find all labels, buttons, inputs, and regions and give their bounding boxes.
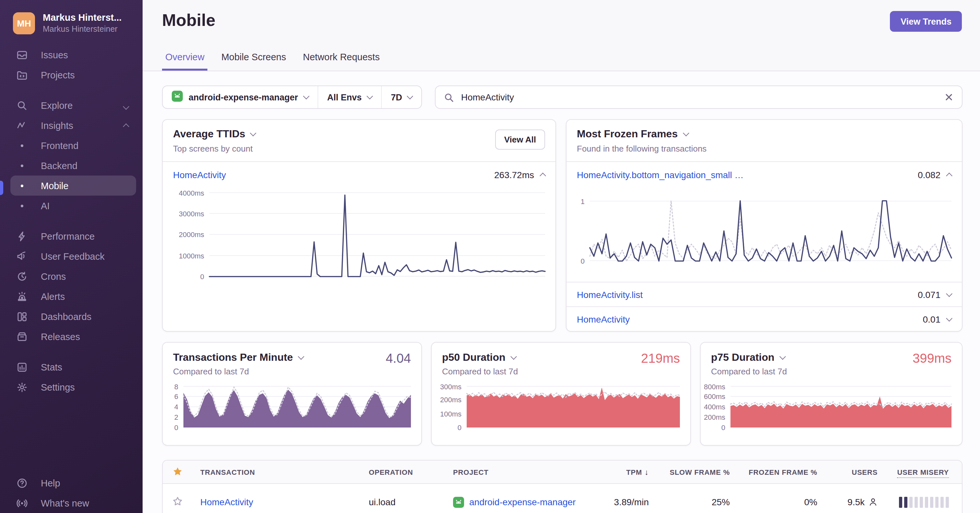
card-title-text: p50 Duration — [442, 352, 506, 364]
environment-filter[interactable]: All Envs — [318, 86, 382, 108]
average-ttids-header: Average TTIDs Top screens by count View … — [163, 120, 555, 161]
p50-chart: 300ms200ms100ms0 — [442, 386, 680, 427]
expand-row-icon[interactable] — [947, 318, 951, 320]
average-ttids-title-dropdown[interactable]: Average TTIDs — [173, 128, 545, 140]
org-user-switcher[interactable]: MH Markus Hinterst... Markus Hinterstein… — [0, 0, 143, 34]
search-input[interactable] — [460, 91, 939, 103]
p75-chart: 800ms600ms400ms200ms0 — [711, 386, 951, 427]
column-header-user-misery[interactable]: USER MISERY — [885, 468, 963, 476]
chevron-down-icon — [511, 356, 516, 359]
misery-bar — [935, 497, 939, 508]
chevron-down-icon — [368, 96, 372, 98]
sidebar-item-issues[interactable]: Issues — [0, 45, 143, 65]
collapse-row-icon[interactable] — [947, 172, 951, 178]
cell-transaction: HomeActivity — [192, 497, 361, 507]
sidebar-item-label: Mobile — [41, 180, 68, 191]
axis-tick-label: 4 — [174, 403, 178, 411]
frozen-rate-value: 0.082 — [918, 170, 940, 180]
axis-tick-label: 0 — [458, 423, 461, 431]
column-header-users[interactable]: USERS — [825, 468, 885, 476]
user-block: Markus Hinterst... Markus Hintersteiner — [43, 12, 121, 34]
sidebar-item-whats-new[interactable]: What's new — [0, 493, 143, 513]
frozen-rate-value: 0.01 — [923, 314, 941, 324]
bar-chart-icon — [16, 361, 29, 373]
date-range-filter[interactable]: 7D — [381, 86, 422, 108]
most-frozen-frames-card: Most Frozen Frames Found in the followin… — [566, 119, 963, 332]
expand-row-icon[interactable] — [947, 293, 951, 296]
frozen-row-collapsed: HomeActivity.list 0.071 — [566, 282, 962, 307]
sidebar-item-backend[interactable]: Backend — [0, 156, 143, 176]
search-icon — [444, 92, 454, 102]
transaction-link[interactable]: HomeActivity — [173, 170, 226, 180]
misery-bar — [915, 497, 918, 508]
avatar: MH — [13, 12, 35, 34]
android-project-icon — [172, 91, 183, 104]
sidebar-item-label: Backend — [41, 160, 78, 171]
project-link[interactable]: android-expense-manager — [469, 497, 576, 507]
clear-search-icon[interactable] — [944, 93, 953, 102]
transaction-link[interactable]: HomeActivity — [577, 314, 630, 324]
card-title-text: Average TTIDs — [173, 128, 245, 140]
y-axis-labels: 86420 — [173, 386, 183, 427]
transaction-link[interactable]: HomeActivity.bottom_navigation_small … — [577, 170, 744, 180]
sidebar-item-performance[interactable]: Performance — [0, 226, 143, 246]
sidebar-item-releases[interactable]: Releases — [0, 326, 143, 346]
view-all-button[interactable]: View All — [495, 130, 545, 149]
star-column-header[interactable] — [163, 466, 192, 478]
top-cards-row: Average TTIDs Top screens by count View … — [162, 119, 963, 332]
transaction-link[interactable]: HomeActivity — [200, 497, 253, 507]
tpm-title-dropdown[interactable]: Transactions Per Minute — [173, 352, 411, 364]
column-header-operation[interactable]: OPERATION — [361, 468, 445, 476]
ttid-value: 263.72ms — [494, 170, 534, 180]
column-header-transaction[interactable]: TRANSACTION — [192, 468, 361, 476]
chevron-down-icon — [780, 356, 785, 359]
chart-plot-area — [183, 386, 411, 427]
axis-tick-label: 200ms — [704, 413, 725, 421]
column-header-tpm[interactable]: TPM↓ — [562, 467, 657, 476]
project-filter[interactable]: android-expense-manager — [163, 86, 318, 108]
card-title-text: p75 Duration — [711, 352, 775, 364]
sidebar-item-help[interactable]: Help — [0, 473, 143, 493]
sidebar-item-frontend[interactable]: Frontend — [0, 135, 143, 156]
sidebar-item-crons[interactable]: Crons — [0, 266, 143, 286]
user-icon — [869, 497, 878, 507]
sidebar-item-ai[interactable]: AI — [0, 195, 143, 216]
transaction-link[interactable]: HomeActivity.list — [577, 289, 643, 300]
frozen-frames-title-dropdown[interactable]: Most Frozen Frames — [577, 128, 951, 140]
star-toggle[interactable] — [163, 496, 192, 508]
sidebar-item-settings[interactable]: Settings — [0, 377, 143, 397]
p50-value: 219ms — [641, 351, 680, 366]
sidebar-item-label: Issues — [41, 49, 68, 60]
tab-mobile-screens[interactable]: Mobile Screens — [218, 52, 290, 71]
y-axis-labels: 4000ms3000ms2000ms1000ms0 — [173, 192, 209, 276]
p75-duration-card: p75 Duration Compared to last 7d 399ms 8… — [700, 342, 963, 446]
card-subtitle: Found in the following transactions — [577, 144, 951, 154]
sidebar: MH Markus Hinterst... Markus Hinterstein… — [0, 0, 143, 513]
sidebar-item-mobile[interactable]: Mobile — [10, 176, 136, 195]
axis-tick-label: 4000ms — [179, 189, 204, 197]
collapse-row-icon[interactable] — [541, 172, 545, 178]
axis-tick-label: 300ms — [440, 383, 461, 390]
tab-network-requests[interactable]: Network Requests — [300, 52, 383, 71]
sidebar-item-dashboards[interactable]: Dashboards — [0, 307, 143, 326]
environment-filter-value: All Envs — [327, 92, 362, 102]
chevron-down-icon — [304, 96, 309, 98]
tpm-card: Transactions Per Minute Compared to last… — [162, 342, 422, 446]
column-header-frozen-frame[interactable]: FROZEN FRAME % — [738, 468, 825, 476]
sidebar-item-stats[interactable]: Stats — [0, 357, 143, 377]
y-axis-labels: 800ms600ms400ms200ms0 — [711, 386, 730, 427]
sidebar-item-alerts[interactable]: Alerts — [0, 286, 143, 307]
column-header-slow-frame[interactable]: SLOW FRAME % — [657, 468, 738, 476]
sidebar-item-explore[interactable]: Explore — [0, 95, 143, 115]
bullet-icon — [16, 139, 29, 152]
column-header-project[interactable]: PROJECT — [445, 468, 562, 476]
search-icon — [16, 99, 29, 112]
sidebar-item-projects[interactable]: Projects — [0, 65, 143, 85]
sidebar-item-user-feedback[interactable]: User Feedback — [0, 246, 143, 266]
view-trends-button[interactable]: View Trends — [890, 11, 962, 32]
sidebar-item-insights[interactable]: Insights — [0, 115, 143, 135]
axis-tick-label: 1000ms — [179, 252, 204, 259]
issues-icon — [16, 48, 29, 61]
app-root: MH Markus Hinterst... Markus Hinterstein… — [0, 0, 980, 513]
tab-overview[interactable]: Overview — [162, 52, 208, 71]
